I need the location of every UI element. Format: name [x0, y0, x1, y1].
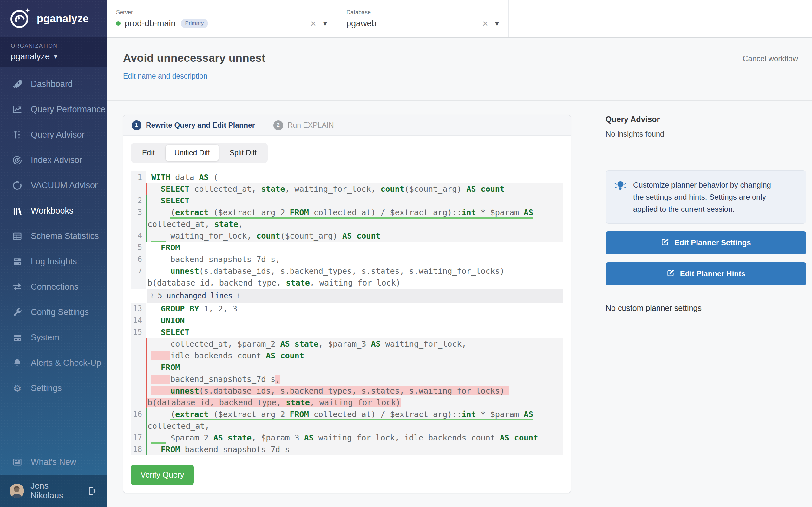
line-number: 3 [131, 207, 146, 230]
step-2-badge: 2 [273, 120, 283, 130]
content: Avoid unnecessary unnest Cancel workflow… [107, 38, 812, 507]
edit-planner-settings-button[interactable]: Edit Planner Settings [606, 231, 806, 254]
sidebar-item-label: What's New [31, 457, 76, 467]
advisor-empty-state: No insights found [606, 130, 806, 138]
books-icon [12, 206, 22, 216]
sidebar-item-system[interactable]: System [0, 325, 107, 350]
verify-query-button[interactable]: Verify Query [131, 465, 194, 485]
line-number [131, 350, 146, 361]
line-number: 13 [131, 303, 146, 315]
diff-line: 5 FROM [131, 242, 563, 253]
line-number: 17 [131, 432, 146, 444]
organization-switcher[interactable]: ORGANIZATION pganalyze ▼ [0, 38, 107, 67]
diff-line: 16 (extract ($extract_arg_2 FROM collect… [131, 408, 563, 432]
brand-name: pganalyze [37, 13, 89, 25]
swap-arrows-icon [12, 282, 22, 292]
diff-collapsed-lines[interactable]: ≀ 5 unchanged lines ≀ [131, 289, 563, 303]
sidebar-item-log-insights[interactable]: Log Insights [0, 249, 107, 274]
line-number [131, 385, 146, 408]
pganalyze-logo-icon [8, 6, 33, 32]
clear-database-icon[interactable]: × [483, 19, 488, 29]
primary-badge: Primary [181, 19, 208, 28]
line-number [131, 361, 146, 373]
sidebar-item-query-advisor[interactable]: Query Advisor [0, 122, 107, 147]
user-menu[interactable]: Jens Nikolaus [0, 475, 107, 507]
sidebar-item-label: Query Performance [31, 105, 106, 114]
diff-line: unnest(s.database_ids, s.backend_types, … [131, 385, 563, 408]
diff-line: 13 GROUP BY 1, 2, 3 [131, 303, 563, 315]
sliders-icon [12, 130, 22, 140]
diff-line: 7 unnest(s.database_ids, s.backend_types… [131, 265, 563, 289]
line-number [131, 373, 146, 385]
database-selector[interactable]: Database pgaweb × ▼ [337, 0, 509, 38]
sidebar-item-connections[interactable]: Connections [0, 274, 107, 299]
edit-planner-hints-button[interactable]: Edit Planner Hints [606, 262, 806, 285]
divider [606, 156, 806, 156]
table-grid-icon [12, 231, 22, 241]
sidebar-item-label: Index Advisor [31, 155, 82, 165]
server-dropdown-caret-icon[interactable]: ▼ [323, 20, 327, 26]
tab-unified-diff[interactable]: Unified Diff [165, 145, 219, 161]
tab-edit[interactable]: Edit [133, 145, 164, 161]
page-title: Avoid unnecessary unnest [123, 52, 265, 64]
sidebar-item-config-settings[interactable]: Config Settings [0, 299, 107, 325]
sidebar-item-label: System [31, 333, 59, 343]
target-icon [12, 155, 22, 165]
diff-line: backend_snapshots_7d s, [131, 373, 563, 385]
rocket-icon [12, 79, 22, 89]
step-run-explain: 2 Run EXPLAIN [273, 120, 334, 130]
server-selector[interactable]: Server prod-db-main Primary × ▼ [107, 0, 337, 38]
database-dropdown-caret-icon[interactable]: ▼ [495, 20, 499, 26]
sidebar: pganalyze ORGANIZATION pganalyze ▼ Dashb… [0, 0, 107, 507]
sidebar-item-label: Log Insights [31, 257, 77, 267]
logout-icon[interactable] [87, 486, 97, 496]
sidebar-item-dashboard[interactable]: Dashboard [0, 71, 107, 97]
content-body: 1 Rewrite Query and Edit Planner 2 Run E… [107, 101, 812, 507]
bell-icon [12, 358, 22, 368]
diff-code: 1WITH data AS ( SELECT collected_at, sta… [131, 171, 563, 455]
sidebar-spacer [0, 401, 107, 449]
workflow-steps-header: 1 Rewrite Query and Edit Planner 2 Run E… [123, 115, 571, 135]
sidebar-item-workbooks[interactable]: Workbooks [0, 198, 107, 223]
cancel-workflow-link[interactable]: Cancel workflow [743, 54, 798, 63]
brand[interactable]: pganalyze [0, 0, 107, 38]
sidebar-item-alerts-check-up[interactable]: Alerts & Check-Up [0, 350, 107, 376]
step-1-badge: 1 [132, 120, 142, 130]
edit-icon [666, 269, 675, 279]
diff-line: collected_at, $param_2 AS state, $param_… [131, 338, 563, 350]
sidebar-item-label: Workbooks [31, 206, 73, 216]
server-label: Server [116, 9, 327, 16]
sidebar-item-index-advisor[interactable]: Index Advisor [0, 147, 107, 173]
diff-line: 2 SELECT [131, 195, 563, 207]
diff-line: 17 $param_2 AS state, $param_3 AS waitin… [131, 432, 563, 444]
line-number: 15 [131, 326, 146, 338]
database-value: pgaweb [346, 19, 376, 29]
organization-name: pganalyze [11, 52, 50, 61]
diff-line: 14 UNION [131, 315, 563, 326]
sidebar-item-whats-new[interactable]: What's New [0, 449, 107, 475]
sidebar-nav: DashboardQuery PerformanceQuery AdvisorI… [0, 71, 107, 401]
line-number: 1 [131, 171, 146, 183]
line-number: 4 [131, 230, 146, 242]
sidebar-item-schema-statistics[interactable]: Schema Statistics [0, 223, 107, 249]
line-number: 5 [131, 242, 146, 253]
avatar [9, 484, 24, 498]
diff-line: idle_backends_count AS count [131, 350, 563, 361]
clear-server-icon[interactable]: × [310, 19, 316, 29]
line-number [131, 183, 146, 195]
tab-split-diff[interactable]: Split Diff [221, 145, 265, 161]
workflow-step-card: 1 Rewrite Query and Edit Planner 2 Run E… [123, 115, 571, 493]
page-header: Avoid unnecessary unnest Cancel workflow… [107, 38, 812, 101]
organization-label: ORGANIZATION [11, 43, 107, 49]
wrench-icon [12, 307, 22, 318]
sidebar-item-vacuum-advisor[interactable]: VACUUM Advisor [0, 173, 107, 198]
edit-name-description-link[interactable]: Edit name and description [123, 72, 207, 80]
sidebar-item-settings[interactable]: ⚙Settings [0, 376, 107, 401]
sidebar-item-query-performance[interactable]: Query Performance [0, 97, 107, 122]
server-value: prod-db-main [125, 19, 176, 29]
step-rewrite-query: 1 Rewrite Query and Edit Planner [132, 120, 255, 130]
diff-line: 15 SELECT [131, 326, 563, 338]
sidebar-item-label: Config Settings [31, 307, 89, 317]
lightbulb-icon [613, 180, 627, 215]
advisor-title: Query Advisor [606, 115, 806, 124]
